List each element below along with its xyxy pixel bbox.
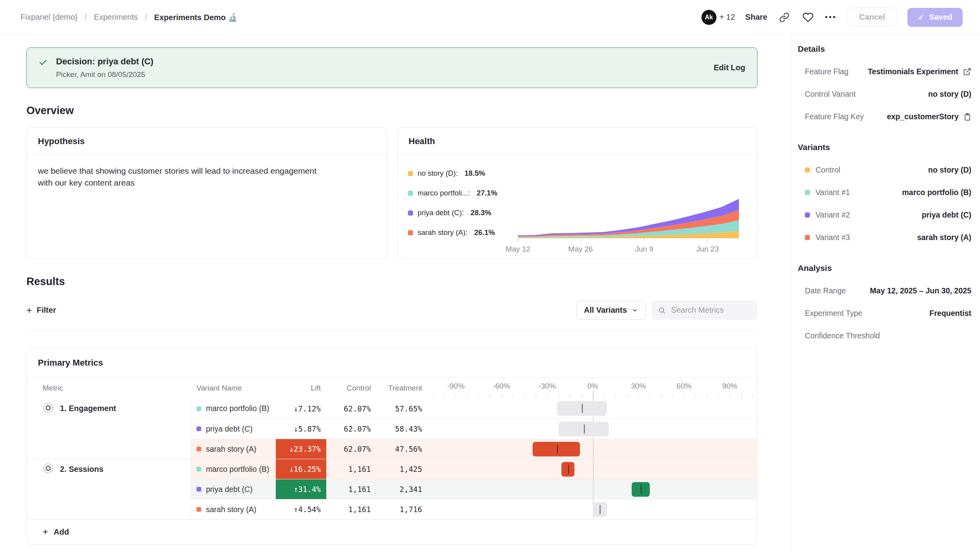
x-axis-label: Jun 23 [696, 245, 719, 253]
collaborator-avatars[interactable]: Ak + 12 [701, 10, 735, 25]
clipboard-icon[interactable] [963, 113, 971, 121]
chevron-down-icon [632, 307, 638, 314]
legend-value: 27.1% [477, 189, 497, 197]
add-filter-button[interactable]: + Filter [26, 305, 56, 316]
variant-cell[interactable]: priya debt (C) [191, 479, 273, 499]
lift-axis: -90%-60%-30%0%30%60%90% [428, 378, 757, 398]
axis-minor-tick [479, 393, 479, 398]
x-axis-label: Jun 9 [635, 245, 653, 253]
column-control: Control [327, 378, 377, 398]
breadcrumb-item[interactable]: Experiments [94, 13, 138, 22]
search-icon [658, 306, 666, 315]
x-axis-label: May 12 [506, 245, 530, 253]
variant-rows: Controlno story (D)Variant #1marco portf… [798, 165, 971, 242]
value-text: Frequentist [930, 309, 971, 318]
add-metric-button[interactable]: + Add [27, 519, 757, 544]
sidebar-row-label: Control Variant [805, 90, 856, 99]
label-text: Control [815, 165, 840, 175]
favorite-heart-icon[interactable] [801, 11, 815, 24]
search-input[interactable] [670, 305, 751, 315]
axis-minor-tick [582, 393, 582, 398]
column-treatment: Treatment [377, 378, 428, 398]
external-link-icon[interactable] [963, 68, 971, 76]
sidebar-row-value: priya debt (C) [922, 210, 971, 220]
variant-color-chip [196, 426, 201, 431]
variant-cell[interactable]: sarah story (A) [191, 499, 273, 519]
sidebar-row-value: marco portfolio (B) [902, 188, 972, 197]
results-toolbar: + Filter All Variants [26, 300, 757, 320]
variant-name: sarah story (A) [206, 505, 256, 514]
metric-table-row: priya debt (C)↑31.4%1,1612,341 [27, 479, 757, 499]
copy-link-icon[interactable] [778, 11, 791, 24]
metric-table-row: sarah story (A)↑4.54%1,1611,716 [27, 499, 757, 519]
variant-cell[interactable]: priya debt (C) [191, 419, 273, 439]
column-metric: Metric [27, 378, 191, 398]
treatment-cell: 1,425 [377, 459, 428, 479]
variant-color-chip [805, 190, 810, 195]
legend-value: 26.1% [474, 228, 495, 237]
axis-minor-tick [524, 393, 525, 398]
decision-text: Decision: priya debt (C) Picker, Amit on… [56, 56, 153, 79]
more-menu-button[interactable]: ••• [825, 13, 837, 22]
axis-minor-tick [433, 393, 434, 398]
sidebar-row-label: Feature Flag [805, 67, 849, 76]
topbar-actions: Ak + 12 Share ••• Cancel ✓ Saved [701, 8, 963, 27]
breadcrumb-item[interactable]: Experiments Demo 🔬 [154, 13, 238, 22]
variant-filter-dropdown[interactable]: All Variants [576, 300, 645, 320]
details-heading: Details [798, 44, 971, 54]
axis-major-label: -90% [447, 382, 464, 391]
variant-color-chip [196, 406, 201, 411]
label-text: Variant #2 [815, 210, 850, 220]
lift-value: ↓7.12% [294, 404, 321, 413]
sidebar-row-value[interactable]: exp_customerStory [887, 112, 971, 121]
saved-button[interactable]: ✓ Saved [907, 8, 963, 27]
filter-label: Filter [37, 306, 56, 315]
sidebar-row-value[interactable]: Testimonials Experiment [868, 67, 971, 76]
treatment-cell: 57.65% [377, 398, 428, 419]
axis-minor-tick [638, 393, 639, 398]
variant-filter-label: All Variants [584, 306, 627, 315]
avatar-overflow-count[interactable]: + 12 [720, 13, 735, 22]
results-heading: Results [26, 276, 757, 288]
x-axis-label: May 26 [568, 245, 593, 253]
value-text: Testimonials Experiment [868, 67, 958, 76]
metric-cell [27, 479, 191, 499]
metric-search [652, 300, 757, 320]
confidence-interval-bar[interactable] [533, 442, 580, 456]
metric-cell: 2. Sessions [27, 459, 191, 479]
variant-cell[interactable]: sarah story (A) [191, 439, 273, 459]
metric-cell [27, 419, 191, 439]
label-text: Variant #3 [815, 233, 850, 242]
variant-cell[interactable]: marco portfolio (B) [191, 459, 273, 479]
health-legend-item: sarah story (A):26.1% [408, 228, 510, 237]
edit-log-button[interactable]: Edit Log [714, 63, 745, 72]
value-text: sarah story (A) [917, 233, 971, 242]
control-cell: 1,161 [327, 479, 377, 499]
sidebar-row: Controlno story (D) [798, 165, 971, 175]
axis-minor-tick [501, 393, 502, 398]
axis-minor-tick [696, 393, 696, 398]
lift-mean-tick [582, 404, 583, 413]
overview-heading: Overview [26, 105, 757, 117]
avatar[interactable]: Ak [701, 10, 716, 25]
variant-color-chip [805, 235, 810, 240]
column-variant-name: Variant Name [191, 378, 273, 398]
legend-color-chip [408, 171, 413, 176]
sidebar-row: Feature FlagTestimonials Experiment [798, 67, 971, 76]
axis-major-label: -60% [493, 382, 510, 391]
sidebar-row-label: Date Range [805, 286, 846, 295]
breadcrumb-item[interactable]: Fixpanel {demo} [21, 13, 78, 22]
cancel-button[interactable]: Cancel [847, 8, 898, 27]
main-content: Decision: priya debt (C) Picker, Amit on… [0, 35, 791, 552]
metric-goal-icon [43, 402, 54, 415]
plus-icon: + [26, 305, 32, 316]
label-text: Variant #1 [815, 188, 850, 197]
variant-cell[interactable]: marco portfolio (B) [191, 398, 273, 419]
primary-metrics-card: Primary Metrics Metric Variant Name Lift… [26, 348, 757, 544]
share-button[interactable]: Share [745, 13, 767, 22]
lift-cell: ↓7.12% [273, 398, 327, 419]
add-label: Add [54, 528, 69, 537]
lift-badge: ↓23.37% [276, 439, 326, 459]
lift-cell: ↑4.54% [273, 499, 327, 519]
treatment-cell: 1,716 [377, 499, 428, 519]
